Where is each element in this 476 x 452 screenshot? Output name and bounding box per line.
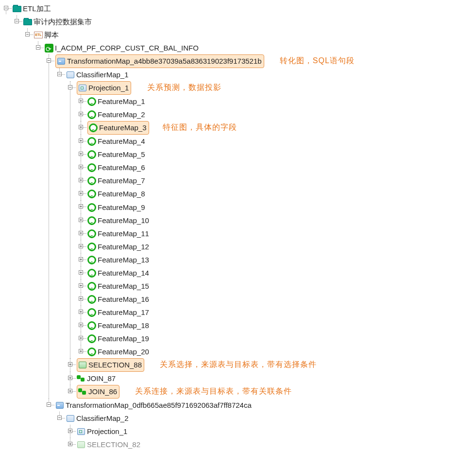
node-label: FeatureMap_11 <box>98 227 149 240</box>
feature-icon <box>87 308 96 317</box>
tree-node-classifier-map[interactable]: ClassifierMap_1 <box>66 69 129 81</box>
tree-node-transformation-map[interactable]: TransformationMap_0dfb665ae85f971692063a… <box>55 399 252 412</box>
tree-node-projection[interactable]: Projection_1 <box>77 81 131 95</box>
tree-node-projection[interactable]: Projection_1 <box>77 425 127 438</box>
tree-node-feature-map[interactable]: FeatureMap_15 <box>87 280 149 293</box>
toggle-expand[interactable]: + <box>79 178 83 182</box>
tree-node-selection[interactable]: SELECTION_82 <box>77 438 140 451</box>
toggle-expand[interactable]: + <box>79 191 83 195</box>
node-label: FeatureMap_14 <box>98 267 149 279</box>
tree-node-feature-map[interactable]: FeatureMap_3 <box>87 121 149 135</box>
toggle-collapse[interactable]: − <box>57 416 62 420</box>
tree-node-feature-map[interactable]: FeatureMap_18 <box>87 319 149 332</box>
toggle-expand[interactable]: + <box>68 362 72 366</box>
node-label: 脚本 <box>44 29 59 41</box>
toggle-expand[interactable]: + <box>79 257 83 261</box>
tree-node-feature-map[interactable]: FeatureMap_8 <box>87 188 145 200</box>
tree-node-feature-map[interactable]: FeatureMap_5 <box>87 148 145 161</box>
toggle-expand[interactable]: + <box>79 231 83 235</box>
toggle-expand[interactable]: + <box>68 376 72 380</box>
toggle-expand[interactable]: + <box>79 99 83 103</box>
toggle-collapse[interactable]: − <box>25 32 30 36</box>
node-label: FeatureMap_3 <box>99 122 147 134</box>
tree-node-join[interactable]: JOIN_87 <box>77 372 116 385</box>
tree-node-script[interactable]: ETL 脚本 <box>34 29 59 41</box>
toggle-expand[interactable]: + <box>79 349 83 353</box>
tree-node-feature-map[interactable]: FeatureMap_19 <box>87 332 149 345</box>
tree-node-feature-map[interactable]: FeatureMap_7 <box>87 174 145 187</box>
toggle-expand[interactable]: + <box>79 112 83 116</box>
tree-node-join[interactable]: JOIN_86 <box>77 385 119 399</box>
node-label: SELECTION_82 <box>87 438 140 451</box>
toggle-expand[interactable]: + <box>68 389 72 393</box>
toggle-expand[interactable]: + <box>79 218 83 222</box>
feature-icon <box>87 348 96 356</box>
node-label: FeatureMap_4 <box>98 135 145 148</box>
feature-icon <box>87 282 96 291</box>
node-label: ClassifierMap_1 <box>76 69 129 81</box>
tree-node-classifier-map[interactable]: ClassifierMap_2 <box>66 412 129 425</box>
toggle-expand[interactable]: + <box>79 139 83 143</box>
toggle-collapse[interactable]: − <box>57 72 62 76</box>
toggle-expand[interactable]: + <box>79 152 83 156</box>
folder-icon <box>13 4 21 13</box>
node-label: I_ACDM_PF_CORP_CUST_CR_BAL_INFO <box>55 42 199 54</box>
feature-icon <box>87 110 96 119</box>
toggle-collapse[interactable]: − <box>47 402 51 407</box>
feature-icon <box>87 176 96 185</box>
tree-node-feature-map[interactable]: FeatureMap_12 <box>87 241 149 253</box>
node-label: JOIN_86 <box>88 385 117 398</box>
feature-icon <box>87 229 96 238</box>
etl-script-icon: ETL <box>34 31 43 39</box>
toggle-expand[interactable]: + <box>79 336 83 340</box>
feature-icon <box>87 137 96 146</box>
node-label: FeatureMap_13 <box>98 254 149 266</box>
node-label: JOIN_87 <box>87 372 116 385</box>
tree-node-datamart[interactable]: 审计内控数据集市 <box>23 16 92 28</box>
toggle-expand[interactable]: + <box>79 204 83 209</box>
toggle-collapse[interactable]: − <box>4 6 8 10</box>
toggle-expand[interactable]: + <box>79 283 83 288</box>
tree-node-feature-map[interactable]: FeatureMap_9 <box>87 201 145 214</box>
toggle-expand[interactable]: + <box>68 442 72 446</box>
tree-node-feature-map[interactable]: FeatureMap_1 <box>87 95 145 108</box>
tree-node-feature-map[interactable]: FeatureMap_16 <box>87 293 149 306</box>
node-label: SELECTION_88 <box>88 359 142 371</box>
tree-node-feature-map[interactable]: FeatureMap_17 <box>87 306 149 319</box>
tree-node-feature-map[interactable]: FeatureMap_11 <box>87 227 149 240</box>
tree-node-job[interactable]: I_ACDM_PF_CORP_CUST_CR_BAL_INFO <box>45 42 199 54</box>
toggle-collapse[interactable]: − <box>47 58 51 63</box>
toggle-expand[interactable]: + <box>79 270 83 275</box>
toggle-collapse[interactable]: − <box>68 85 72 89</box>
tree-node-feature-map[interactable]: FeatureMap_4 <box>87 135 145 148</box>
node-label: FeatureMap_10 <box>98 214 149 227</box>
tree-node-feature-map[interactable]: FeatureMap_6 <box>87 161 145 174</box>
node-label: FeatureMap_19 <box>98 332 149 345</box>
toggle-expand[interactable]: + <box>79 125 83 129</box>
tree-node-selection[interactable]: SELECTION_88 <box>77 358 144 372</box>
feature-icon <box>87 190 96 198</box>
toggle-expand[interactable]: + <box>79 323 83 327</box>
toggle-expand[interactable]: + <box>79 296 83 301</box>
tree-node-feature-map[interactable]: FeatureMap_2 <box>87 108 145 121</box>
selection-icon <box>77 440 85 449</box>
feature-icon <box>89 123 98 132</box>
tree-node-feature-map[interactable]: FeatureMap_13 <box>87 254 149 266</box>
classifier-icon <box>66 414 75 423</box>
toggle-expand[interactable]: + <box>79 310 83 314</box>
toggle-collapse[interactable]: − <box>15 19 19 23</box>
node-label: Projection_1 <box>88 82 129 94</box>
node-label: FeatureMap_18 <box>98 319 149 332</box>
tree-node-etl-root[interactable]: ETL加工 <box>13 2 51 15</box>
toggle-expand[interactable]: + <box>79 165 83 169</box>
tree-node-transformation-map[interactable]: TransformationMap_a4bb8e37039a5a83631902… <box>55 54 264 68</box>
toggle-expand[interactable]: + <box>68 429 72 433</box>
tree-node-feature-map[interactable]: FeatureMap_14 <box>87 267 149 279</box>
node-label: TransformationMap_a4bb8e37039a5a83631902… <box>67 55 262 68</box>
toggle-expand[interactable]: + <box>79 244 83 248</box>
tree-node-feature-map[interactable]: FeatureMap_20 <box>87 346 149 358</box>
tree-node-feature-map[interactable]: FeatureMap_10 <box>87 214 149 227</box>
toggle-collapse[interactable]: − <box>36 45 40 50</box>
node-label: 审计内控数据集市 <box>34 16 92 28</box>
annotation-text: 转化图，SQL语句段 <box>280 56 355 65</box>
